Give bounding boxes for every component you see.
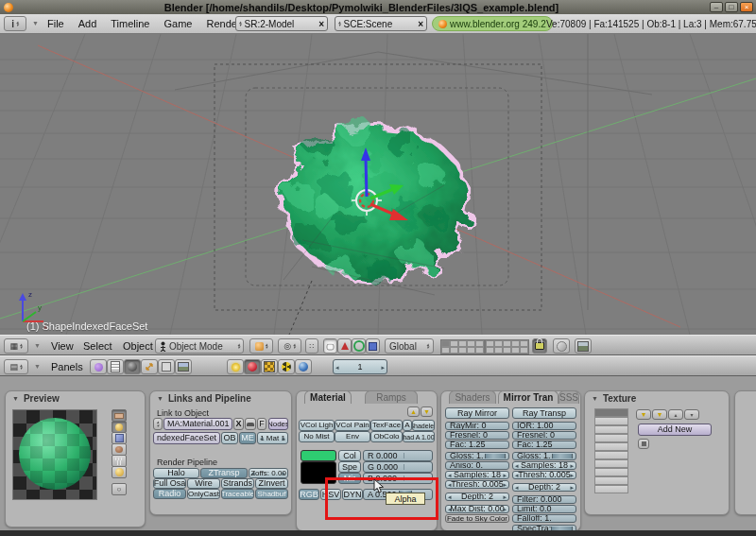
scale-manipulator-button[interactable]	[366, 338, 380, 354]
texture-extra-button[interactable]	[638, 439, 649, 449]
orientation-dropdown[interactable]: Global ▴▾	[385, 338, 434, 354]
frame-number-field[interactable]: 1	[333, 359, 387, 374]
shadbuf-toggle[interactable]: Shadbuf	[255, 489, 288, 499]
object-context-button[interactable]	[141, 359, 158, 374]
thresh-mir-field[interactable]: Thresh: 0.005	[445, 480, 509, 489]
panels-label[interactable]: Panels	[51, 361, 83, 372]
snap-button[interactable]: ∷	[305, 338, 318, 354]
chevron-down-icon[interactable]: ▼	[34, 342, 41, 349]
script-context-button[interactable]	[107, 359, 124, 374]
shad-a-field[interactable]: had A 1.00	[403, 431, 435, 442]
fac-mir-slider[interactable]: Fac: 1.25	[445, 441, 509, 449]
smooth-view-button[interactable]	[553, 338, 570, 354]
editing-context-button[interactable]	[158, 359, 175, 374]
world-buttons-button[interactable]	[295, 359, 312, 374]
onlycast-toggle[interactable]: OnlyCast	[187, 489, 220, 499]
stepper-icon[interactable]: ▴▾	[338, 21, 341, 26]
depth-tra-field[interactable]: Depth: 2	[512, 483, 576, 492]
stepper-icon[interactable]: ▴▾	[16, 21, 19, 26]
menu-object[interactable]: Object	[123, 340, 153, 352]
texture-copy-button[interactable]: ▼	[636, 409, 651, 420]
blender-version-badge[interactable]: www.blender.org 249.2	[432, 16, 553, 31]
fresnel-mir-slider[interactable]: Fresnel: 0	[445, 431, 509, 440]
menu-game[interactable]: Game	[163, 18, 192, 29]
material-name-field[interactable]: MA:Material.001	[163, 418, 232, 430]
panel-title[interactable]: Preview	[24, 393, 60, 404]
logic-context-button[interactable]	[90, 359, 107, 374]
spe-radio[interactable]: Spe	[338, 461, 361, 473]
panel-title[interactable]: Links and Pipeline	[168, 393, 251, 404]
translate-manipulator-button[interactable]	[337, 338, 352, 354]
browse-material-button[interactable]: ▴▾	[153, 418, 163, 430]
ray-mirror-toggle[interactable]: Ray Mirror	[445, 407, 509, 419]
stepper-icon[interactable]: ▴▾	[426, 343, 429, 349]
tab-shaders[interactable]: Shaders	[449, 390, 496, 404]
render-preview-button[interactable]	[575, 338, 592, 354]
gloss-mir-slider[interactable]: Gloss: 1.	[445, 452, 509, 460]
vcol-light-toggle[interactable]: VCol Ligh	[299, 420, 335, 431]
diffuse-color-swatch[interactable]	[301, 450, 336, 461]
close-button[interactable]: ×	[740, 2, 753, 12]
stepper-icon[interactable]: ▴▾	[237, 343, 240, 349]
stepper-icon[interactable]: ▴▾	[266, 343, 268, 349]
channel-down-button[interactable]: ▾	[684, 409, 699, 420]
obcolor-toggle[interactable]: ObColo	[370, 431, 403, 442]
editor-type-button[interactable]: i ▴▾	[4, 16, 26, 31]
layer-grid-2[interactable]	[485, 339, 529, 354]
strands-button[interactable]: Strands	[221, 478, 254, 489]
raymir-slider[interactable]: RayMir: 0	[445, 422, 509, 430]
tab-material[interactable]: Material	[304, 390, 352, 404]
ob-toggle[interactable]: OB	[221, 432, 238, 444]
rotate-manipulator-button[interactable]	[352, 338, 366, 354]
radio-toggle[interactable]: Radio	[153, 489, 186, 499]
minimize-button[interactable]: –	[710, 2, 723, 12]
vcol-paint-toggle[interactable]: VCol Pain	[335, 420, 370, 431]
shadeless-toggle[interactable]: Shadeles	[412, 420, 435, 431]
no-mist-toggle[interactable]: No Mist	[299, 431, 335, 442]
close-x-icon[interactable]: ×	[418, 19, 423, 29]
texture-slot-7[interactable]	[594, 459, 628, 468]
copy-material-button[interactable]: ▲	[407, 406, 420, 417]
samples-mir-field[interactable]: Samples: 18	[445, 471, 509, 479]
tab-mirror-transp[interactable]: Mirror Tran	[498, 390, 558, 404]
stepper-icon[interactable]: ▴▾	[20, 343, 23, 349]
screen-selector[interactable]: ▴▾ SR:2-Model ×	[235, 16, 328, 31]
editor-type-button[interactable]: ▤ ▴▾	[4, 359, 28, 374]
gloss-tra-slider[interactable]: Gloss: 1.	[512, 452, 576, 460]
texture-paste-button[interactable]: ▼	[652, 409, 667, 420]
texture-slot-6[interactable]	[594, 451, 628, 459]
texture-slot-2[interactable]	[594, 417, 628, 425]
ztransp-toggle[interactable]: ZTransp	[200, 468, 248, 478]
rgb-toggle[interactable]: RGB	[299, 489, 319, 500]
layer-grid-1[interactable]	[440, 339, 485, 354]
thresh-tra-field[interactable]: Thresh: 0.005	[512, 471, 576, 479]
full-osa-toggle[interactable]: Full Osa	[153, 478, 186, 489]
zoffs-field[interactable]: Zoffs: 0.00	[249, 468, 288, 478]
preview-sky-button[interactable]	[112, 466, 127, 478]
3d-viewport[interactable]: z x y (1) ShapeIndexedFaceSet	[0, 34, 756, 335]
auto-name-button[interactable]	[245, 418, 256, 430]
material-slot-field[interactable]: 1 Mat 1	[257, 432, 288, 444]
texture-slot-10[interactable]	[594, 485, 628, 493]
scene-context-button[interactable]	[175, 359, 192, 374]
pivot-dropdown[interactable]: ◎ ▴▾	[278, 338, 301, 354]
texture-slot-3[interactable]	[594, 425, 628, 434]
menu-view[interactable]: View	[51, 340, 74, 352]
samples-tra-field[interactable]: Samples: 18	[512, 461, 576, 470]
stepper-icon[interactable]: ▴▾	[239, 21, 242, 26]
material-buttons-button[interactable]	[244, 359, 261, 374]
preview-osa-button[interactable]: ○	[112, 483, 127, 495]
add-new-texture-button[interactable]: Add New	[638, 424, 712, 436]
texture-slot-9[interactable]	[594, 476, 628, 485]
filter-slider[interactable]: Filter: 0.000	[512, 495, 576, 504]
col-radio[interactable]: Col	[338, 450, 361, 461]
manipulator-toggle-button[interactable]	[323, 338, 337, 354]
ray-transp-toggle[interactable]: Ray Transp	[512, 407, 576, 419]
texture-slot-4[interactable]	[594, 434, 628, 442]
r-slider[interactable]: R 0.000	[363, 450, 433, 461]
channel-up-button[interactable]: ▴	[668, 409, 683, 420]
max-dist-field[interactable]: Max Dist: 0.00	[445, 505, 509, 513]
draw-type-dropdown[interactable]: ▴▾	[249, 338, 273, 354]
close-x-icon[interactable]: ×	[318, 19, 324, 29]
menu-add[interactable]: Add	[78, 18, 97, 29]
